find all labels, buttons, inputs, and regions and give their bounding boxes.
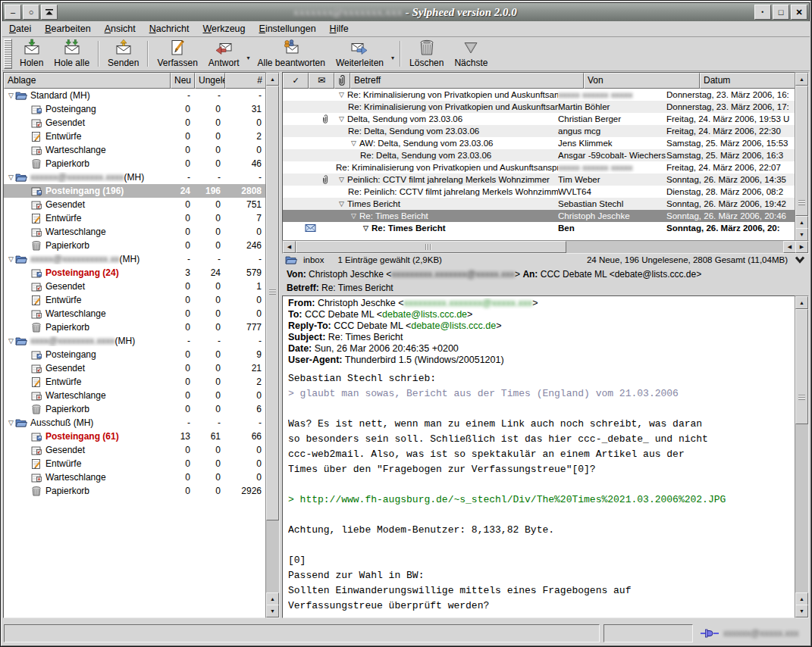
expander-icon[interactable]: ▽	[7, 92, 15, 99]
n-chste-button[interactable]: Nächste	[449, 37, 493, 70]
message-row[interactable]: Re: Kriminalisierung von Privatkopien un…	[283, 101, 795, 113]
close-button[interactable]: ✕	[791, 5, 807, 20]
expander-icon[interactable]: ▽	[7, 255, 15, 263]
scroll-right-arrow-icon[interactable]: ▶	[795, 241, 808, 253]
expander-icon[interactable]: ▽	[336, 176, 347, 183]
column-header-total[interactable]: #	[225, 73, 266, 89]
scroll-up-arrow-icon[interactable]: ▲	[266, 592, 279, 605]
menu-item[interactable]: Nachricht	[143, 22, 196, 36]
folder-row[interactable]: Papierkorb 0 0 2926	[4, 484, 266, 498]
menu-item[interactable]: Hilfe	[323, 22, 356, 36]
folder-row[interactable]: Gesendet 0 0 0	[4, 443, 266, 457]
folder-row[interactable]: Posteingang (24) 3 24 579	[4, 266, 266, 280]
folder-scroll-thumb[interactable]	[266, 86, 279, 520]
holen-button[interactable]: Holen	[14, 37, 49, 70]
folder-row[interactable]: Posteingang (61) 13 61 66	[4, 430, 266, 443]
folder-row[interactable]: Warteschlange 0 0 0	[4, 225, 266, 239]
folder-row[interactable]: Warteschlange 0 0 0	[4, 470, 266, 484]
scroll-up-arrow-icon[interactable]: ▲	[795, 216, 808, 229]
message-list-hscrollbar[interactable]: ◀ ◀ ▶	[282, 240, 809, 254]
scroll-left-arrow-icon[interactable]: ◀	[283, 241, 296, 253]
menu-item[interactable]: Bearbeiten	[38, 22, 97, 36]
titlebar[interactable]: – ○ xxxxxxx@xxxxxxx.xxx - Sylpheed versi…	[2, 2, 810, 22]
folder-row[interactable]: ▽xxxx@xxxxxxxx.xxxx (MH) - - -	[4, 334, 266, 348]
scroll-up-arrow-icon[interactable]: ▲	[795, 73, 808, 86]
scroll-down-arrow-icon[interactable]: ▼	[795, 228, 808, 241]
message-row[interactable]: ▽Re: Kriminalisierung von Privatkopien u…	[283, 89, 795, 101]
folder-row[interactable]: Warteschlange 0 0 0	[4, 307, 266, 320]
column-header-datum[interactable]: Datum	[700, 73, 808, 89]
expander-icon[interactable]: ▽	[348, 139, 359, 147]
folder-row[interactable]: Entwürfe 0 0 0	[4, 457, 266, 470]
scroll-left-arrow-icon[interactable]: ◀	[783, 241, 796, 253]
menu-item[interactable]: Einstellungen	[252, 22, 323, 36]
message-body-scrollbar[interactable]: ▲ ▲ ▼	[795, 295, 809, 618]
menu-item[interactable]: Ansicht	[98, 22, 143, 36]
weiterleiten-button[interactable]: Weiterleiten	[331, 37, 389, 70]
minimize-button[interactable]: –	[5, 5, 21, 20]
antwort-button[interactable]: Antwort	[203, 37, 245, 70]
scroll-up-arrow-icon[interactable]: ▲	[795, 592, 808, 605]
senden-button[interactable]: Senden	[102, 37, 144, 70]
message-row[interactable]: ▽AW: Delta, Sendung vom 23.03.06 Jens Kl…	[283, 137, 795, 149]
folder-row[interactable]: ▽Ausschuß (MH) - - -	[4, 416, 266, 430]
scroll-down-arrow-icon[interactable]: ▼	[266, 605, 279, 617]
scroll-down-arrow-icon[interactable]: ▼	[795, 605, 808, 617]
folder-row[interactable]: Gesendet 0 0 751	[4, 198, 266, 211]
expander-icon[interactable]: ▽	[7, 419, 15, 427]
folder-row[interactable]: Gesendet 0 0 1	[4, 280, 266, 293]
folder-row[interactable]: Entwürfe 0 0 2	[4, 375, 266, 389]
folder-row[interactable]: Papierkorb 0 0 777	[4, 320, 266, 334]
hscroll-thumb[interactable]	[296, 241, 566, 253]
column-header-mark[interactable]: ✓	[283, 73, 309, 89]
column-header-betreff[interactable]: Betreff	[350, 73, 584, 89]
column-header-ablage[interactable]: Ablage	[4, 73, 171, 89]
toolbar-grip[interactable]	[4, 39, 12, 69]
folder-row[interactable]: Warteschlange 0 0 0	[4, 143, 266, 157]
column-header-attachment[interactable]	[334, 73, 350, 89]
message-scroll-thumb[interactable]	[795, 86, 808, 216]
shade-button[interactable]	[41, 5, 58, 20]
folder-row[interactable]: Gesendet 0 0 21	[4, 361, 266, 375]
column-header-neu[interactable]: Neu	[171, 73, 195, 89]
folder-row[interactable]: Papierkorb 0 0 6	[4, 402, 266, 416]
dropdown-arrow-icon[interactable]: ▾	[389, 55, 397, 61]
maximize-button[interactable]: □	[773, 5, 789, 20]
l-schen-button[interactable]: Löschen	[404, 37, 449, 70]
folder-row[interactable]: ▽xxxxxx@xxxxxxxx.xxxx (MH) - - -	[4, 170, 266, 184]
message-row[interactable]: Re: Delta, Sendung vom 23.03.06 angus mc…	[283, 125, 795, 137]
folder-scrollbar[interactable]: ▲ ▲ ▼	[265, 72, 280, 618]
dropdown-arrow-icon[interactable]: ▾	[245, 55, 252, 61]
message-row[interactable]: Re: Peinlich: CCTV filmt jahrelang Merke…	[283, 186, 795, 198]
hole-alle-button[interactable]: Hole alle	[49, 37, 95, 70]
expander-icon[interactable]: ▽	[336, 115, 347, 123]
folder-row[interactable]: ▽Standard (MH) - - -	[4, 89, 266, 102]
folder-row[interactable]: Gesendet 0 0 0	[4, 116, 266, 130]
message-row[interactable]: Re: Kriminalisierung von Privatkopien un…	[283, 161, 795, 173]
folder-row[interactable]: Entwürfe 0 0 7	[4, 211, 266, 225]
message-row[interactable]: ▽Peinlich: CCTV filmt jahrelang Merkels …	[283, 173, 795, 186]
column-header-von[interactable]: Von	[584, 73, 700, 89]
folder-row[interactable]: Papierkorb 0 0 246	[4, 239, 266, 252]
folder-row[interactable]: Entwürfe 0 0 2	[4, 130, 266, 143]
scroll-up-arrow-icon[interactable]: ▲	[795, 296, 808, 309]
alle-beantworten-button[interactable]: Alle beantworten	[252, 37, 331, 70]
column-header-unread[interactable]: ✉	[309, 73, 334, 89]
folder-row[interactable]: ▽xxxxx@xxxxxxxxxx.xx (MH) - - -	[4, 252, 266, 266]
folder-row[interactable]: Papierkorb 0 0 46	[4, 157, 266, 170]
folder-row[interactable]: Warteschlange 0 0 0	[4, 389, 266, 402]
folder-row[interactable]: Posteingang 0 0 31	[4, 102, 266, 116]
menu-circle-button[interactable]: ○	[23, 5, 39, 20]
folder-row[interactable]: Posteingang (196) 24 196 2808	[4, 184, 266, 198]
body-scroll-thumb[interactable]	[795, 309, 808, 424]
message-list-scrollbar[interactable]: ▲ ▲ ▼	[795, 72, 809, 242]
body-line[interactable]: > http://www.fh-augsburg.de/~s_stechl/Di…	[288, 492, 795, 508]
menu-item[interactable]: Datei	[2, 22, 38, 36]
verfassen-button[interactable]: Verfassen	[152, 37, 202, 70]
chevron-down-icon[interactable]	[794, 255, 806, 264]
expander-icon[interactable]: ▽	[7, 337, 15, 345]
expander-icon[interactable]: ▽	[336, 91, 347, 98]
menu-item[interactable]: Werkzeug	[196, 22, 252, 36]
message-row[interactable]: Re: Delta, Sendung vom 23.03.06 Ansgar -…	[283, 149, 795, 161]
expander-icon[interactable]: ▽	[348, 212, 359, 220]
